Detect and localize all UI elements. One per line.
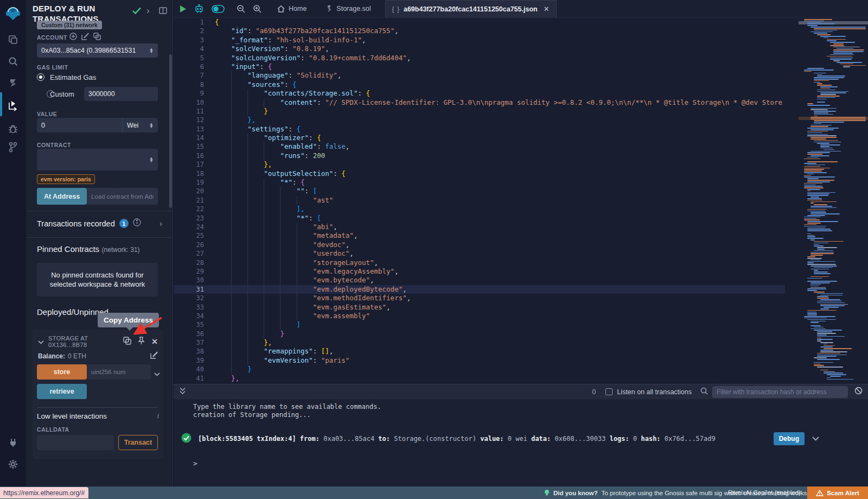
panel-scrollbar[interactable] bbox=[169, 54, 172, 208]
value-input[interactable] bbox=[37, 118, 122, 132]
settings-gear-icon[interactable] bbox=[0, 456, 26, 472]
code-line[interactable]: 13 "settings": { bbox=[174, 125, 785, 134]
code-line[interactable]: 24 "abi", bbox=[174, 223, 785, 231]
tab-home[interactable]: Home bbox=[271, 0, 313, 18]
code-line[interactable]: 36 } bbox=[174, 330, 785, 338]
account-select[interactable]: 0xA03...85ac4 (0.39866531531 ▲▼ bbox=[37, 43, 158, 58]
code-line[interactable]: 35 ] bbox=[174, 320, 785, 329]
code-line[interactable]: 11 } bbox=[174, 107, 785, 116]
load-contract-input[interactable] bbox=[87, 188, 158, 205]
value-unit-select[interactable]: Wei ▲▼ bbox=[122, 118, 158, 132]
terminal-prompt[interactable]: > bbox=[174, 459, 197, 468]
custom-gas-input[interactable] bbox=[84, 87, 158, 101]
plugin-manager-icon[interactable] bbox=[0, 434, 26, 451]
transactions-recorded-row[interactable]: Transactions recorded 1 › bbox=[37, 218, 162, 229]
info-icon[interactable]: i bbox=[157, 412, 159, 420]
code-line[interactable]: 30 "evm.bytecode", bbox=[174, 276, 785, 285]
git-icon[interactable] bbox=[0, 139, 26, 155]
store-arg-input[interactable] bbox=[87, 364, 151, 380]
copilot-status[interactable]: RemixAI Copilot (enabled) bbox=[728, 489, 801, 496]
code-line[interactable]: 18 "outputSelection": { bbox=[174, 169, 785, 178]
code-line[interactable]: 16 "runs": 200 bbox=[174, 151, 785, 160]
code-line[interactable]: 17 }, bbox=[174, 160, 785, 169]
code-editor[interactable]: 1{2 "id": "a69b43f277ba20fcac141151250ca… bbox=[174, 18, 868, 384]
pinned-contracts-title: Pinned Contracts bbox=[37, 244, 99, 254]
zoom-out-icon[interactable] bbox=[233, 0, 249, 18]
debugger-icon[interactable] bbox=[0, 121, 26, 137]
code-line[interactable]: 40 } bbox=[174, 365, 785, 374]
tab-json-active[interactable]: { } a69b43f277ba20fcac141151250ca755.jso… bbox=[385, 0, 557, 18]
code-line[interactable]: 26 "devdoc", bbox=[174, 241, 785, 249]
info-icon[interactable] bbox=[133, 218, 141, 229]
code-line[interactable]: 15 "enabled": false, bbox=[174, 142, 785, 151]
columns-icon[interactable] bbox=[159, 7, 167, 16]
code-line[interactable]: 33 "evm.gasEstimates", bbox=[174, 303, 785, 312]
calldata-input[interactable] bbox=[37, 435, 114, 450]
chevron-down-icon[interactable] bbox=[38, 337, 44, 346]
code-line[interactable]: 20 "": [ bbox=[174, 187, 785, 195]
code-line[interactable]: 39 "evmVersion": "paris" bbox=[174, 356, 785, 365]
search-icon[interactable] bbox=[0, 53, 26, 70]
code-line[interactable]: 6 "input": { bbox=[174, 62, 785, 71]
toggle-icon[interactable] bbox=[208, 0, 228, 18]
code-line[interactable]: 27 "userdoc", bbox=[174, 249, 785, 258]
retrieve-button[interactable]: retrieve bbox=[37, 384, 87, 399]
tab-storage-sol[interactable]: Storage.sol bbox=[320, 0, 377, 18]
code-line[interactable]: 4 "solcVersion": "0.8.19", bbox=[174, 45, 785, 53]
chevron-right-icon[interactable]: › bbox=[146, 5, 150, 16]
code-line[interactable]: 23 "*": [ bbox=[174, 214, 785, 223]
minimap[interactable] bbox=[799, 18, 868, 384]
zoom-in-icon[interactable] bbox=[249, 0, 265, 18]
play-icon[interactable] bbox=[176, 0, 190, 18]
contract-select[interactable]: ▲▼ bbox=[37, 149, 158, 170]
transaction-log-row[interactable]: [block:5583405 txIndex:4] from: 0xa03...… bbox=[174, 429, 868, 448]
edit-icon[interactable] bbox=[81, 33, 89, 42]
code-line[interactable]: 22 ], bbox=[174, 205, 785, 213]
code-line[interactable]: 14 "optimizer": { bbox=[174, 134, 785, 142]
code-line[interactable]: 34 "evm.assembly" bbox=[174, 312, 785, 320]
plus-circle-icon[interactable] bbox=[69, 33, 77, 42]
code-line[interactable]: 37 }, bbox=[174, 338, 785, 347]
code-line[interactable]: 28 "storageLayout", bbox=[174, 258, 785, 267]
remix-logo[interactable] bbox=[0, 3, 26, 24]
expand-log-chevron-icon[interactable] bbox=[812, 435, 819, 443]
terminal[interactable]: Type the library name to see available c… bbox=[174, 399, 868, 487]
code-line[interactable]: 25 "metadata", bbox=[174, 231, 785, 240]
code-line[interactable]: 10 "content": "// SPDX-License-Identifie… bbox=[174, 98, 785, 107]
code-line[interactable]: 21 "ast" bbox=[174, 196, 785, 205]
code-line[interactable]: 5 "solcLongVersion": "0.8.19+commit.7dd6… bbox=[174, 54, 785, 62]
code-line[interactable]: 3 "_format": "hh-sol-build-info-1", bbox=[174, 36, 785, 45]
minimap-line bbox=[824, 345, 835, 346]
expand-args-chevron-icon[interactable] bbox=[154, 369, 160, 378]
edit-balance-icon[interactable] bbox=[150, 351, 158, 361]
code-line[interactable]: 7 "language": "Solidity", bbox=[174, 71, 785, 80]
code-line[interactable]: 32 "evm.methodIdentifiers", bbox=[174, 294, 785, 302]
code-line[interactable]: 31 "evm.deployedBytecode", bbox=[174, 285, 785, 294]
code-line[interactable]: 2 "id": "a69b43f277ba20fcac141151250ca75… bbox=[174, 27, 785, 35]
chevron-right-icon[interactable]: › bbox=[159, 219, 162, 229]
listen-checkbox[interactable] bbox=[605, 388, 612, 395]
code-line[interactable]: 9 "contracts/Storage.sol": { bbox=[174, 89, 785, 98]
store-button[interactable]: store bbox=[37, 364, 87, 380]
filter-input[interactable] bbox=[712, 386, 848, 398]
code-line[interactable]: 19 "*": { bbox=[174, 178, 785, 187]
estimated-gas-radio[interactable] bbox=[37, 73, 44, 81]
robot-icon[interactable] bbox=[190, 0, 208, 18]
copy-icon[interactable] bbox=[93, 33, 101, 42]
file-explorer-icon[interactable] bbox=[0, 31, 26, 48]
code-line[interactable]: 38 "remappings": [], bbox=[174, 347, 785, 356]
code-line[interactable]: 12 }, bbox=[174, 116, 785, 124]
at-address-button[interactable]: At Address bbox=[37, 188, 87, 205]
solidity-compiler-icon[interactable] bbox=[0, 75, 26, 91]
transact-button[interactable]: Transact bbox=[118, 435, 158, 450]
code-line[interactable]: 41 }, bbox=[174, 374, 785, 383]
code-line[interactable]: 8 "sources": { bbox=[174, 80, 785, 89]
code-line[interactable]: 1{ bbox=[174, 18, 785, 27]
code-line[interactable]: 29 "evm.legacyAssembly", bbox=[174, 267, 785, 276]
tab-close-icon[interactable]: ✕ bbox=[544, 5, 550, 13]
scam-alert-button[interactable]: Scam Alert bbox=[807, 487, 868, 499]
double-chevron-down-icon[interactable] bbox=[179, 387, 186, 397]
clear-console-icon[interactable] bbox=[854, 387, 863, 397]
deploy-run-icon[interactable] bbox=[0, 98, 26, 114]
debug-button[interactable]: Debug bbox=[774, 432, 805, 445]
